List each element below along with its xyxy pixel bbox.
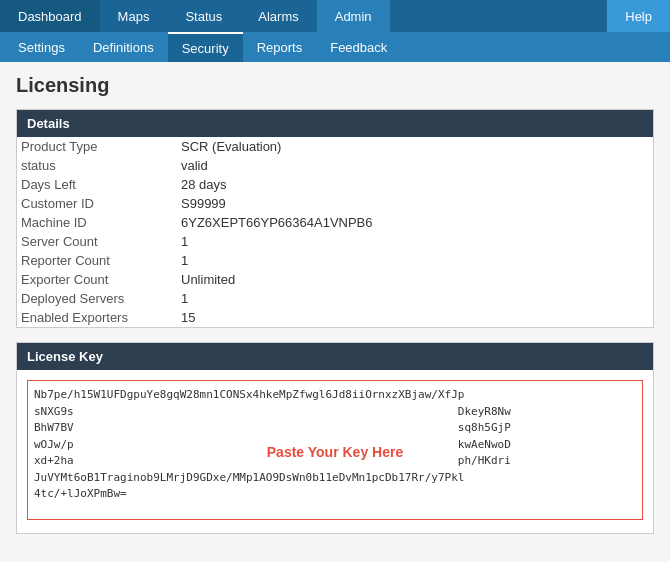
subnav-definitions[interactable]: Definitions — [79, 32, 168, 62]
details-row: Customer IDS99999 — [17, 194, 653, 213]
nav-admin[interactable]: Admin — [317, 0, 390, 32]
subnav-security[interactable]: Security — [168, 32, 243, 62]
details-header: Details — [17, 110, 653, 137]
detail-value: 1 — [177, 232, 653, 251]
detail-label: Reporter Count — [17, 251, 177, 270]
nav-alarms[interactable]: Alarms — [240, 0, 316, 32]
page-content: Licensing Details Product TypeSCR (Evalu… — [0, 62, 670, 562]
license-section: License Key Paste Your Key Here — [16, 342, 654, 534]
detail-value: SCR (Evaluation) — [177, 137, 653, 156]
detail-label: Days Left — [17, 175, 177, 194]
detail-label: Machine ID — [17, 213, 177, 232]
detail-label: Product Type — [17, 137, 177, 156]
detail-label: Enabled Exporters — [17, 308, 177, 327]
details-row: statusvalid — [17, 156, 653, 175]
details-row: Enabled Exporters15 — [17, 308, 653, 327]
details-row: Reporter Count1 — [17, 251, 653, 270]
nav-maps[interactable]: Maps — [100, 0, 168, 32]
license-key-header: License Key — [17, 343, 653, 370]
details-row: Exporter CountUnlimited — [17, 270, 653, 289]
detail-value: Unlimited — [177, 270, 653, 289]
license-key-textarea[interactable] — [27, 380, 643, 520]
subnav-feedback[interactable]: Feedback — [316, 32, 401, 62]
license-textarea-wrapper: Paste Your Key Here — [27, 380, 643, 523]
detail-value: 1 — [177, 289, 653, 308]
detail-value: 6YZ6XEPT66YP66364A1VNPB6 — [177, 213, 653, 232]
details-row: Machine ID6YZ6XEPT66YP66364A1VNPB6 — [17, 213, 653, 232]
detail-value: 28 days — [177, 175, 653, 194]
detail-value: valid — [177, 156, 653, 175]
detail-value: S99999 — [177, 194, 653, 213]
subnav-reports[interactable]: Reports — [243, 32, 317, 62]
details-table: Product TypeSCR (Evaluation)statusvalidD… — [17, 137, 653, 327]
details-row: Deployed Servers1 — [17, 289, 653, 308]
nav-help[interactable]: Help — [607, 0, 670, 32]
details-row: Product TypeSCR (Evaluation) — [17, 137, 653, 156]
detail-value: 1 — [177, 251, 653, 270]
nav-dashboard[interactable]: Dashboard — [0, 0, 100, 32]
nav-status[interactable]: Status — [167, 0, 240, 32]
detail-label: status — [17, 156, 177, 175]
detail-label: Exporter Count — [17, 270, 177, 289]
detail-label: Customer ID — [17, 194, 177, 213]
details-section: Details Product TypeSCR (Evaluation)stat… — [16, 109, 654, 328]
top-nav: Dashboard Maps Status Alarms Admin Help — [0, 0, 670, 32]
sub-nav: Settings Definitions Security Reports Fe… — [0, 32, 670, 62]
details-row: Days Left28 days — [17, 175, 653, 194]
page-title: Licensing — [16, 74, 654, 97]
detail-label: Server Count — [17, 232, 177, 251]
details-row: Server Count1 — [17, 232, 653, 251]
subnav-settings[interactable]: Settings — [4, 32, 79, 62]
detail-label: Deployed Servers — [17, 289, 177, 308]
detail-value: 15 — [177, 308, 653, 327]
